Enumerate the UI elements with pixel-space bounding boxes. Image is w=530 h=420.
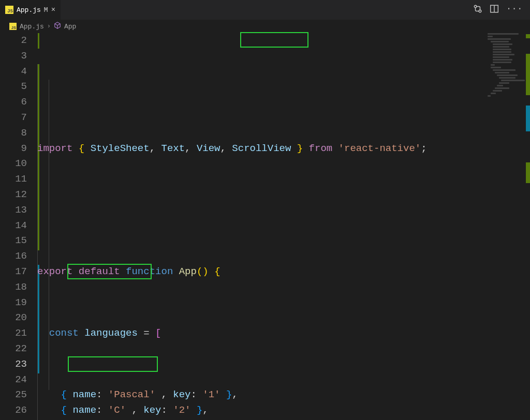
line-number: 5: [0, 79, 27, 95]
line-number: 21: [0, 326, 27, 341]
line-number: 17: [0, 264, 27, 280]
line-number: 7: [0, 110, 27, 126]
svg-point-0: [474, 5, 477, 8]
line-number: 8: [0, 126, 27, 141]
minimap[interactable]: [488, 33, 524, 116]
js-file-icon: JS: [5, 6, 13, 14]
tabs: JS App.js M ×: [0, 0, 61, 20]
code-editor[interactable]: 2345678910111213141516171819202122232425…: [0, 33, 530, 420]
line-number: 16: [0, 249, 27, 264]
symbol-method-icon: [54, 22, 61, 31]
breadcrumb-symbol[interactable]: App: [64, 23, 76, 31]
line-number: 11: [0, 172, 27, 187]
line-number: 24: [0, 372, 27, 388]
more-actions-icon[interactable]: ···: [506, 4, 523, 16]
line-number: 13: [0, 203, 27, 218]
line-number: 19: [0, 295, 27, 311]
highlight-box: [68, 356, 158, 372]
tab-bar: JS App.js M × ···: [0, 0, 530, 20]
line-number: 15: [0, 233, 27, 249]
line-number: 3: [0, 49, 27, 64]
line-number: 6: [0, 95, 27, 110]
line-number: 23: [0, 357, 27, 372]
code-content[interactable]: import { StyleSheet, Text, View, ScrollV…: [37, 33, 530, 420]
editor-actions: ···: [473, 4, 530, 16]
js-file-icon: JS: [9, 23, 17, 30]
tab-modified-indicator: M: [44, 6, 48, 14]
tab-close-icon[interactable]: ×: [51, 6, 55, 14]
split-editor-icon[interactable]: [490, 4, 499, 16]
breadcrumb-file[interactable]: App.js: [20, 23, 44, 31]
breadcrumb[interactable]: JS App.js › App: [0, 20, 530, 33]
highlight-box: [240, 32, 308, 48]
code-line[interactable]: { name: 'Pascal' , key: '1' },: [37, 387, 530, 403]
code-line[interactable]: { name: 'C' , key: '2' },: [37, 403, 530, 418]
line-number: 10: [0, 156, 27, 172]
line-number: 12: [0, 187, 27, 203]
line-number: 4: [0, 64, 27, 80]
tab-app-js[interactable]: JS App.js M ×: [0, 0, 61, 20]
line-number: 9: [0, 141, 27, 157]
line-number: 18: [0, 280, 27, 295]
tab-filename: App.js: [17, 6, 41, 14]
compare-changes-icon[interactable]: [473, 4, 482, 16]
line-number: 26: [0, 403, 27, 418]
line-number: 2: [0, 33, 27, 49]
line-number: 20: [0, 310, 27, 326]
chevron-right-icon: ›: [47, 23, 51, 30]
line-number: 22: [0, 341, 27, 357]
line-number: 14: [0, 218, 27, 234]
svg-point-1: [479, 10, 481, 12]
scroll-markers: [525, 33, 530, 420]
line-number: 25: [0, 387, 27, 403]
line-gutter: 2345678910111213141516171819202122232425…: [0, 33, 37, 420]
